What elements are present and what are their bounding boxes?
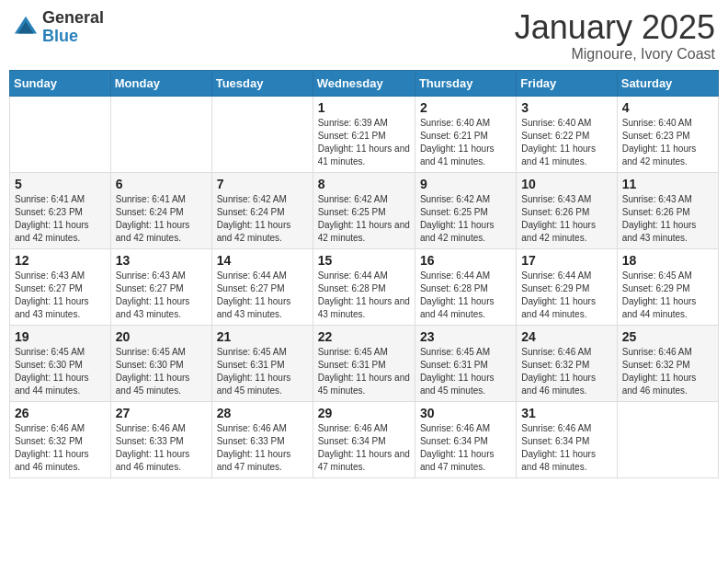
weekday-header-friday: Friday xyxy=(517,70,617,96)
day-info: Sunrise: 6:46 AMSunset: 6:34 PMDaylight:… xyxy=(521,422,611,474)
logo-icon xyxy=(13,15,39,40)
day-info: Sunrise: 6:42 AMSunset: 6:25 PMDaylight:… xyxy=(420,193,511,245)
day-info: Sunrise: 6:43 AMSunset: 6:26 PMDaylight:… xyxy=(521,193,611,245)
day-number: 18 xyxy=(622,253,713,268)
day-info: Sunrise: 6:41 AMSunset: 6:24 PMDaylight:… xyxy=(116,193,207,245)
calendar-cell: 4Sunrise: 6:40 AMSunset: 6:23 PMDaylight… xyxy=(617,96,718,172)
calendar-week-row-5: 26Sunrise: 6:46 AMSunset: 6:32 PMDayligh… xyxy=(10,401,719,477)
day-number: 2 xyxy=(420,100,511,115)
calendar-week-row-4: 19Sunrise: 6:45 AMSunset: 6:30 PMDayligh… xyxy=(10,325,719,401)
calendar-cell: 18Sunrise: 6:45 AMSunset: 6:29 PMDayligh… xyxy=(617,248,718,325)
day-info: Sunrise: 6:40 AMSunset: 6:21 PMDaylight:… xyxy=(420,117,511,168)
day-info: Sunrise: 6:43 AMSunset: 6:26 PMDaylight:… xyxy=(622,193,713,245)
day-info: Sunrise: 6:42 AMSunset: 6:25 PMDaylight:… xyxy=(318,193,410,245)
page-header: General Blue January 2025 Mignoure, Ivor… xyxy=(9,9,719,63)
calendar-cell: 12Sunrise: 6:43 AMSunset: 6:27 PMDayligh… xyxy=(10,248,111,325)
day-number: 24 xyxy=(521,329,611,344)
calendar-cell: 14Sunrise: 6:44 AMSunset: 6:27 PMDayligh… xyxy=(211,248,313,325)
logo: General Blue xyxy=(13,9,104,46)
calendar-cell: 5Sunrise: 6:41 AMSunset: 6:23 PMDaylight… xyxy=(10,172,111,248)
day-info: Sunrise: 6:46 AMSunset: 6:34 PMDaylight:… xyxy=(318,422,410,474)
day-number: 22 xyxy=(318,329,410,344)
day-info: Sunrise: 6:44 AMSunset: 6:29 PMDaylight:… xyxy=(521,270,611,321)
calendar-cell: 15Sunrise: 6:44 AMSunset: 6:28 PMDayligh… xyxy=(313,248,415,325)
calendar-cell: 21Sunrise: 6:45 AMSunset: 6:31 PMDayligh… xyxy=(211,325,313,401)
logo-text: General Blue xyxy=(42,9,104,46)
calendar-cell: 22Sunrise: 6:45 AMSunset: 6:31 PMDayligh… xyxy=(313,325,415,401)
day-number: 26 xyxy=(15,406,106,420)
weekday-header-row: SundayMondayTuesdayWednesdayThursdayFrid… xyxy=(10,70,719,96)
day-number: 29 xyxy=(318,406,410,420)
day-info: Sunrise: 6:42 AMSunset: 6:24 PMDaylight:… xyxy=(217,193,308,245)
calendar-week-row-3: 12Sunrise: 6:43 AMSunset: 6:27 PMDayligh… xyxy=(10,248,719,325)
day-info: Sunrise: 6:40 AMSunset: 6:22 PMDaylight:… xyxy=(521,117,611,168)
logo-general-text: General xyxy=(42,9,104,28)
day-number: 25 xyxy=(622,329,713,344)
weekday-header-monday: Monday xyxy=(110,70,211,96)
day-info: Sunrise: 6:44 AMSunset: 6:28 PMDaylight:… xyxy=(318,270,410,321)
calendar-cell: 3Sunrise: 6:40 AMSunset: 6:22 PMDaylight… xyxy=(517,96,617,172)
day-number: 6 xyxy=(116,177,207,191)
calendar-cell: 26Sunrise: 6:46 AMSunset: 6:32 PMDayligh… xyxy=(10,401,111,477)
weekday-header-thursday: Thursday xyxy=(415,70,516,96)
calendar-cell: 28Sunrise: 6:46 AMSunset: 6:33 PMDayligh… xyxy=(211,401,313,477)
calendar-cell xyxy=(211,96,313,172)
day-info: Sunrise: 6:39 AMSunset: 6:21 PMDaylight:… xyxy=(318,117,410,168)
logo-blue-text: Blue xyxy=(42,28,104,46)
calendar-week-row-2: 5Sunrise: 6:41 AMSunset: 6:23 PMDaylight… xyxy=(10,172,719,248)
weekday-header-sunday: Sunday xyxy=(10,70,111,96)
calendar-cell: 10Sunrise: 6:43 AMSunset: 6:26 PMDayligh… xyxy=(517,172,617,248)
calendar-cell: 30Sunrise: 6:46 AMSunset: 6:34 PMDayligh… xyxy=(415,401,516,477)
day-number: 1 xyxy=(318,100,410,115)
day-info: Sunrise: 6:46 AMSunset: 6:32 PMDaylight:… xyxy=(521,346,611,397)
day-info: Sunrise: 6:44 AMSunset: 6:27 PMDaylight:… xyxy=(217,270,308,321)
day-number: 8 xyxy=(318,177,410,191)
calendar-cell: 29Sunrise: 6:46 AMSunset: 6:34 PMDayligh… xyxy=(313,401,415,477)
calendar-cell xyxy=(110,96,211,172)
day-number: 28 xyxy=(217,406,308,420)
calendar-cell: 20Sunrise: 6:45 AMSunset: 6:30 PMDayligh… xyxy=(110,325,211,401)
calendar-cell: 11Sunrise: 6:43 AMSunset: 6:26 PMDayligh… xyxy=(617,172,718,248)
calendar-cell xyxy=(10,96,111,172)
day-info: Sunrise: 6:44 AMSunset: 6:28 PMDaylight:… xyxy=(420,270,511,321)
day-number: 16 xyxy=(420,253,511,268)
calendar-table: SundayMondayTuesdayWednesdayThursdayFrid… xyxy=(9,70,719,478)
day-number: 4 xyxy=(622,100,713,115)
calendar-week-row-1: 1Sunrise: 6:39 AMSunset: 6:21 PMDaylight… xyxy=(10,96,719,172)
day-number: 15 xyxy=(318,253,410,268)
calendar-cell: 1Sunrise: 6:39 AMSunset: 6:21 PMDaylight… xyxy=(313,96,415,172)
day-number: 3 xyxy=(521,100,611,115)
day-info: Sunrise: 6:43 AMSunset: 6:27 PMDaylight:… xyxy=(116,270,207,321)
calendar-cell xyxy=(617,401,718,477)
calendar-cell: 17Sunrise: 6:44 AMSunset: 6:29 PMDayligh… xyxy=(517,248,617,325)
day-number: 20 xyxy=(116,329,207,344)
day-info: Sunrise: 6:45 AMSunset: 6:31 PMDaylight:… xyxy=(420,346,511,397)
calendar-cell: 16Sunrise: 6:44 AMSunset: 6:28 PMDayligh… xyxy=(415,248,516,325)
calendar-cell: 24Sunrise: 6:46 AMSunset: 6:32 PMDayligh… xyxy=(517,325,617,401)
calendar-cell: 13Sunrise: 6:43 AMSunset: 6:27 PMDayligh… xyxy=(110,248,211,325)
calendar-cell: 9Sunrise: 6:42 AMSunset: 6:25 PMDaylight… xyxy=(415,172,516,248)
day-info: Sunrise: 6:41 AMSunset: 6:23 PMDaylight:… xyxy=(15,193,106,245)
day-number: 5 xyxy=(15,177,106,191)
calendar-cell: 25Sunrise: 6:46 AMSunset: 6:32 PMDayligh… xyxy=(617,325,718,401)
calendar-cell: 7Sunrise: 6:42 AMSunset: 6:24 PMDaylight… xyxy=(211,172,313,248)
day-number: 13 xyxy=(116,253,207,268)
day-number: 23 xyxy=(420,329,511,344)
day-number: 19 xyxy=(15,329,106,344)
day-info: Sunrise: 6:45 AMSunset: 6:31 PMDaylight:… xyxy=(318,346,410,397)
day-number: 11 xyxy=(622,177,713,191)
day-number: 10 xyxy=(521,177,611,191)
day-number: 17 xyxy=(521,253,611,268)
day-number: 12 xyxy=(15,253,106,268)
day-info: Sunrise: 6:46 AMSunset: 6:34 PMDaylight:… xyxy=(420,422,511,474)
calendar-cell: 8Sunrise: 6:42 AMSunset: 6:25 PMDaylight… xyxy=(313,172,415,248)
weekday-header-wednesday: Wednesday xyxy=(313,70,415,96)
day-number: 31 xyxy=(521,406,611,420)
day-info: Sunrise: 6:46 AMSunset: 6:32 PMDaylight:… xyxy=(622,346,713,397)
calendar-cell: 31Sunrise: 6:46 AMSunset: 6:34 PMDayligh… xyxy=(517,401,617,477)
calendar-cell: 19Sunrise: 6:45 AMSunset: 6:30 PMDayligh… xyxy=(10,325,111,401)
day-info: Sunrise: 6:46 AMSunset: 6:33 PMDaylight:… xyxy=(116,422,207,474)
calendar-cell: 2Sunrise: 6:40 AMSunset: 6:21 PMDaylight… xyxy=(415,96,516,172)
day-info: Sunrise: 6:43 AMSunset: 6:27 PMDaylight:… xyxy=(15,270,106,321)
calendar-cell: 23Sunrise: 6:45 AMSunset: 6:31 PMDayligh… xyxy=(415,325,516,401)
